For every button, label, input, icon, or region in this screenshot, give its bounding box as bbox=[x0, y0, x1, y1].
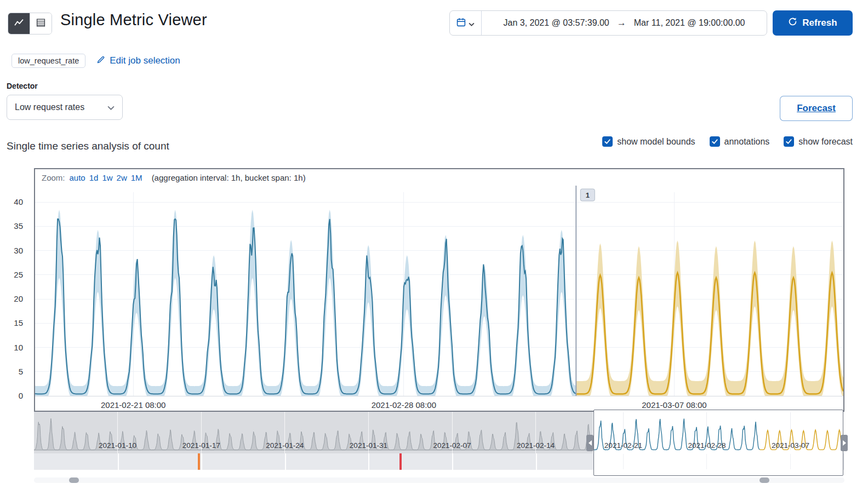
single-metric-viewer-app: Single Metric Viewer Jan 3, 2021 @ 03:57… bbox=[0, 0, 868, 495]
x-axis-label: 2021-03-07 08:00 bbox=[642, 400, 706, 410]
selection-axis-label: 2021-03-07 bbox=[772, 441, 809, 450]
refresh-label: Refresh bbox=[802, 18, 837, 28]
zoom-option-1d[interactable]: 1d bbox=[89, 173, 99, 182]
chart-view-button[interactable] bbox=[8, 13, 30, 34]
y-axis-label: 10 bbox=[1, 343, 23, 353]
x-axis-label: 2021-02-28 08:00 bbox=[372, 400, 436, 410]
anomaly-marker[interactable] bbox=[198, 453, 200, 470]
job-badge: low_request_rate bbox=[12, 54, 85, 68]
forecast-button[interactable]: Forecast bbox=[780, 96, 853, 121]
forecast-bounds-band bbox=[576, 240, 843, 396]
detector-label: Detector bbox=[7, 82, 38, 90]
arrow-left-icon bbox=[589, 440, 592, 446]
y-axis-label: 20 bbox=[1, 294, 23, 304]
range-arrow-icon: → bbox=[617, 18, 626, 28]
swimlane-separator bbox=[285, 453, 286, 470]
chart-toggles: show model boundsannotationsshow forecas… bbox=[602, 136, 853, 147]
refresh-button[interactable]: Refresh bbox=[773, 10, 853, 36]
chevron-down-icon bbox=[469, 19, 475, 28]
context-axis-label: 2021-01-17 bbox=[182, 441, 220, 450]
swimlane-separator bbox=[368, 453, 369, 470]
scrollbar-handle[interactable] bbox=[69, 477, 79, 483]
selection-left-handle[interactable] bbox=[586, 435, 593, 451]
edit-job-selection-link[interactable]: Edit job selection bbox=[96, 55, 180, 67]
swimlane-separator bbox=[536, 453, 537, 470]
view-toggle-group bbox=[8, 13, 52, 34]
time-range-dates: Jan 3, 2021 @ 03:57:39.00 → Mar 11, 2021… bbox=[482, 18, 767, 28]
swimlane-separator bbox=[118, 453, 119, 470]
annotation-badge-label: 1 bbox=[586, 191, 590, 199]
toggle-label: show forecast bbox=[798, 137, 853, 147]
y-axis-label: 35 bbox=[1, 221, 23, 231]
checkbox-checked-icon bbox=[784, 136, 794, 147]
arrow-right-icon bbox=[843, 440, 846, 446]
page-title: Single Metric Viewer bbox=[60, 11, 207, 29]
main-chart[interactable]: 2021-02-21 08:002021-02-28 08:002021-03-… bbox=[35, 169, 843, 411]
checkbox-checked-icon bbox=[710, 136, 720, 147]
context-axis-label: 2021-01-24 bbox=[266, 441, 304, 450]
toggle-show-model-bounds[interactable]: show model bounds bbox=[602, 136, 695, 147]
y-axis-label: 0 bbox=[1, 391, 23, 401]
time-range-picker: Jan 3, 2021 @ 03:57:39.00 → Mar 11, 2021… bbox=[449, 10, 767, 36]
selection-axis-label: 2021-02-21 bbox=[604, 441, 642, 450]
end-date-button[interactable]: Mar 11, 2021 @ 19:00:00.00 bbox=[634, 18, 745, 28]
zoom-option-auto[interactable]: auto bbox=[70, 173, 85, 182]
context-axis-label: 2021-01-10 bbox=[99, 441, 136, 450]
scrollbar-handle[interactable] bbox=[760, 477, 769, 483]
detector-select[interactable]: Low request rates bbox=[7, 95, 123, 120]
y-axis-label: 40 bbox=[1, 197, 23, 207]
analysis-title: Single time series analysis of count bbox=[7, 140, 169, 152]
y-axis-label: 5 bbox=[1, 367, 23, 377]
context-axis-label: 2021-02-14 bbox=[517, 441, 555, 450]
actual-series-line bbox=[35, 219, 576, 394]
zoom-option-1M[interactable]: 1M bbox=[131, 173, 142, 182]
zoom-option-1w[interactable]: 1w bbox=[102, 173, 112, 182]
y-axis-label: 25 bbox=[1, 270, 23, 280]
chart-scrollbar[interactable] bbox=[34, 477, 844, 483]
toggle-annotations[interactable]: annotations bbox=[710, 136, 770, 147]
model-bounds-band bbox=[35, 210, 576, 396]
calendar-icon bbox=[456, 18, 466, 28]
selection-chart: 2021-02-212021-02-282021-03-07 bbox=[594, 410, 843, 475]
zoom-options: auto1d1w2w1M bbox=[70, 173, 146, 182]
swimlane-separator bbox=[452, 453, 453, 470]
context-axis-label: 2021-02-07 bbox=[433, 441, 471, 450]
y-axis-label: 15 bbox=[1, 318, 23, 328]
selection-right-handle[interactable] bbox=[841, 435, 848, 451]
pencil-icon bbox=[96, 55, 105, 67]
anomaly-marker[interactable] bbox=[399, 453, 402, 470]
toggle-show-forecast[interactable]: show forecast bbox=[784, 136, 853, 147]
zoom-option-2w[interactable]: 2w bbox=[117, 173, 127, 182]
selection-axis-label: 2021-02-28 bbox=[688, 441, 726, 450]
line-chart-icon bbox=[14, 18, 24, 29]
context-axis-label: 2021-01-31 bbox=[350, 441, 387, 450]
chevron-down-icon bbox=[107, 102, 115, 112]
x-axis-label: 2021-02-21 08:00 bbox=[101, 400, 165, 410]
quick-select-menu-button[interactable] bbox=[450, 11, 482, 35]
edit-job-selection-label: Edit job selection bbox=[110, 55, 180, 66]
checkbox-checked-icon bbox=[602, 136, 613, 147]
start-date-button[interactable]: Jan 3, 2021 @ 03:57:39.00 bbox=[503, 18, 609, 28]
main-chart-panel: Zoom: auto1d1w2w1M (aggregation interval… bbox=[34, 168, 844, 412]
table-view-button[interactable] bbox=[30, 13, 52, 34]
swimlane-separator bbox=[201, 453, 202, 470]
detector-selected-value: Low request rates bbox=[15, 102, 84, 112]
job-selection-row: low_request_rate Edit job selection bbox=[12, 54, 180, 68]
zoom-label: Zoom: bbox=[42, 173, 65, 182]
toggle-label: annotations bbox=[724, 137, 770, 147]
refresh-icon bbox=[788, 17, 797, 29]
zoom-bar: Zoom: auto1d1w2w1M (aggregation interval… bbox=[42, 173, 306, 182]
toggle-label: show model bounds bbox=[617, 137, 695, 147]
aggregation-note: (aggregation interval: 1h, bucket span: … bbox=[152, 173, 306, 182]
y-axis-label: 30 bbox=[1, 246, 23, 256]
time-selection-window[interactable]: 2021-02-212021-02-282021-03-07 bbox=[593, 410, 843, 476]
y-axis: 0510152025303540 bbox=[0, 169, 26, 411]
table-icon bbox=[36, 18, 45, 29]
